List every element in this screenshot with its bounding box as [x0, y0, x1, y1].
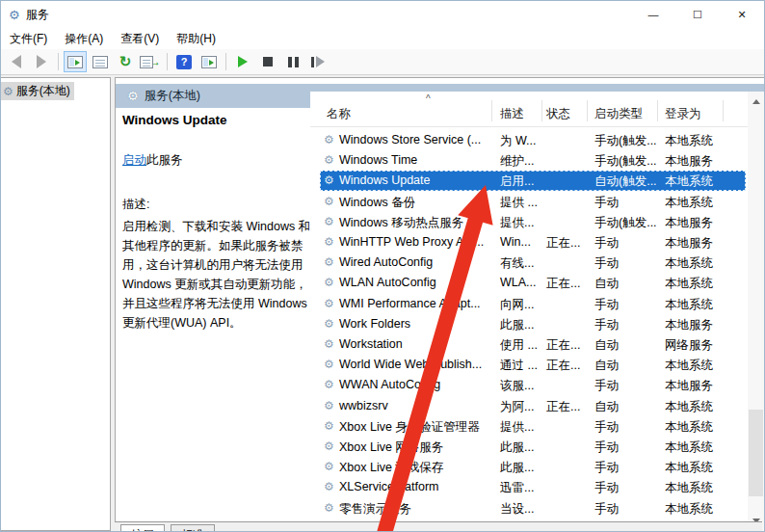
service-startup-type: 自动 [594, 337, 619, 354]
export-list-icon[interactable]: → [139, 51, 162, 72]
service-gear-icon: ⚙ [324, 215, 334, 228]
table-row[interactable]: ⚙零售演示服务当设...手动本地系统 [320, 498, 746, 519]
service-startup-type: 手动 [594, 480, 619, 496]
column-header-name[interactable]: 名称 [327, 106, 351, 122]
column-header-logon[interactable]: 登录为 [665, 106, 701, 122]
start-service-icon[interactable] [231, 51, 254, 72]
table-row[interactable]: ⚙Windows 移动热点服务提供...手动(触发...本地服务 [320, 212, 746, 232]
service-gear-icon: ⚙ [324, 133, 334, 146]
service-description-cell: 通过 ... [500, 358, 538, 374]
table-row[interactable]: ⚙Xbox Live 身份验证管理器提供...手动本地系统 [320, 416, 746, 437]
console-tree-panel: ⚙ 服务(本地) [1, 77, 111, 531]
service-description-cell: 迅雷... [500, 480, 534, 496]
back-icon[interactable] [5, 51, 28, 72]
service-description-cell: 维护... [500, 153, 534, 170]
service-action-line: 启动此服务 [122, 152, 317, 169]
service-detail-panel: Windows Update 启动此服务 描述: 启用检测、下载和安装 Wind… [122, 108, 317, 531]
service-startup-type: 自动 [594, 399, 619, 415]
table-row[interactable]: ⚙Workstation使用 ...正在...自动网络服务 [320, 334, 746, 355]
tree-item-services-local[interactable]: ⚙ 服务(本地) [1, 82, 74, 100]
service-name: 零售演示服务 [339, 501, 411, 518]
service-status: 正在... [546, 399, 580, 415]
start-service-link[interactable]: 启动 [122, 153, 146, 167]
window-title: 服务 [26, 7, 49, 23]
services-gear-icon: ⚙ [127, 89, 139, 103]
service-description-cell: 提供... [500, 215, 534, 231]
table-row[interactable]: ⚙WWAN AutoConfig该服...手动本地服务 [320, 375, 746, 395]
service-logon-as: 本地服务 [665, 378, 713, 394]
service-logon-as: 本地系统 [665, 276, 713, 292]
table-row[interactable]: ⚙Windows Store Service (...为 W...手动(触发..… [320, 130, 746, 150]
service-name: Windows 移动热点服务 [339, 215, 463, 231]
service-gear-icon: ⚙ [324, 195, 334, 208]
table-row[interactable]: ⚙Windows 备份提供 ...手动本地系统 [320, 192, 746, 212]
table-row[interactable]: ⚙XLServicePlatform迅雷...手动本地系统 [320, 477, 746, 497]
toolbar: ↻ → ? [1, 49, 764, 75]
service-logon-as: 本地系统 [665, 133, 713, 149]
service-logon-as: 本地系统 [665, 439, 713, 456]
table-row[interactable]: ⚙WMI Performance Adapt...向网...手动本地系统 [320, 294, 746, 314]
menu-file[interactable]: 文件(F) [1, 29, 56, 49]
service-logon-as: 本地服务 [665, 317, 713, 333]
table-row[interactable]: ⚙World Wide Web Publish...通过 ...正在...自动本… [320, 355, 746, 375]
service-name: WinHTTP Web Proxy Aut... [339, 235, 484, 249]
table-row[interactable]: ⚙Xbox Live 网络服务此服...手动本地系统 [320, 437, 746, 457]
close-button[interactable]: ✕ [720, 1, 764, 28]
stop-service-icon[interactable] [256, 51, 279, 72]
service-logon-as: 本地系统 [665, 419, 713, 436]
service-name: Xbox Live 身份验证管理器 [339, 419, 480, 436]
service-description-cell: 提供 ... [500, 195, 538, 211]
properties-icon[interactable] [89, 51, 112, 72]
help-icon[interactable]: ? [172, 51, 196, 72]
service-description-cell: 有线... [500, 255, 534, 272]
scroll-up-icon[interactable] [748, 93, 764, 110]
service-name: Wired AutoConfig [339, 255, 433, 269]
menu-action[interactable]: 操作(A) [56, 29, 112, 49]
column-header-startup[interactable]: 启动类型 [594, 106, 643, 122]
restart-service-icon[interactable] [306, 51, 330, 72]
forward-icon[interactable] [30, 51, 53, 72]
service-logon-as: 网络服务 [665, 337, 713, 354]
show-console-tree-icon[interactable] [64, 51, 87, 72]
tab-extended[interactable]: 扩展 [120, 524, 165, 532]
menu-help[interactable]: 帮助(H) [168, 29, 224, 49]
service-startup-type: 手动(触发... [594, 153, 657, 170]
service-startup-type: 手动 [594, 378, 619, 394]
table-row[interactable]: ⚙Wired AutoConfig有线...手动本地系统 [320, 253, 746, 273]
service-logon-as: 本地系统 [665, 255, 713, 272]
vertical-scrollbar[interactable] [748, 92, 764, 531]
service-gear-icon: ⚙ [324, 358, 334, 371]
toolbar-separator [167, 53, 168, 70]
tab-standard[interactable]: 标准 [171, 524, 215, 532]
service-logon-as: 本地系统 [665, 480, 713, 496]
table-row[interactable]: ⚙Xbox Live 游戏保存此服...手动本地系统 [320, 457, 746, 477]
minimize-button[interactable]: — [631, 1, 675, 28]
service-description-cell: 提供... [500, 419, 534, 436]
table-row[interactable]: ⚙Work Folders此服...手动本地服务 [320, 314, 746, 334]
pause-service-icon[interactable] [281, 51, 304, 72]
table-row[interactable]: ⚙WinHTTP Web Proxy Aut...Win...正在...手动本地… [320, 232, 746, 253]
service-gear-icon: ⚙ [324, 235, 334, 249]
show-action-pane-icon[interactable] [198, 51, 221, 72]
menu-view[interactable]: 查看(V) [112, 29, 168, 49]
column-header-desc[interactable]: 描述 [500, 106, 524, 122]
service-startup-type: 手动 [594, 235, 619, 252]
scrollbar-thumb[interactable] [749, 410, 763, 496]
column-header-status[interactable]: 状态 [546, 106, 570, 122]
selected-service-title: Windows Update [122, 113, 317, 127]
table-row[interactable]: ⚙Windows Time维护...手动(触发...本地服务 [320, 150, 746, 171]
service-logon-as: 本地系统 [665, 399, 713, 415]
service-startup-type: 自动 [594, 276, 619, 292]
service-name: WLAN AutoConfig [339, 276, 436, 289]
maximize-button[interactable]: ☐ [675, 1, 720, 28]
refresh-icon[interactable]: ↻ [114, 51, 137, 72]
service-name: Windows Time [339, 153, 417, 167]
service-name: WMI Performance Adapt... [339, 297, 481, 310]
table-row[interactable]: ⚙Windows Update启用...自动(触发...本地系统 [320, 171, 746, 191]
service-name: wwbizsrv [339, 399, 388, 412]
service-logon-as: 本地服务 [665, 153, 713, 170]
table-row[interactable]: ⚙wwbizsrv为阿...正在...自动本地系统 [320, 396, 746, 416]
service-startup-type: 手动 [594, 439, 619, 456]
service-gear-icon: ⚙ [324, 460, 334, 473]
table-row[interactable]: ⚙WLAN AutoConfigWLA...正在...自动本地系统 [320, 273, 746, 293]
